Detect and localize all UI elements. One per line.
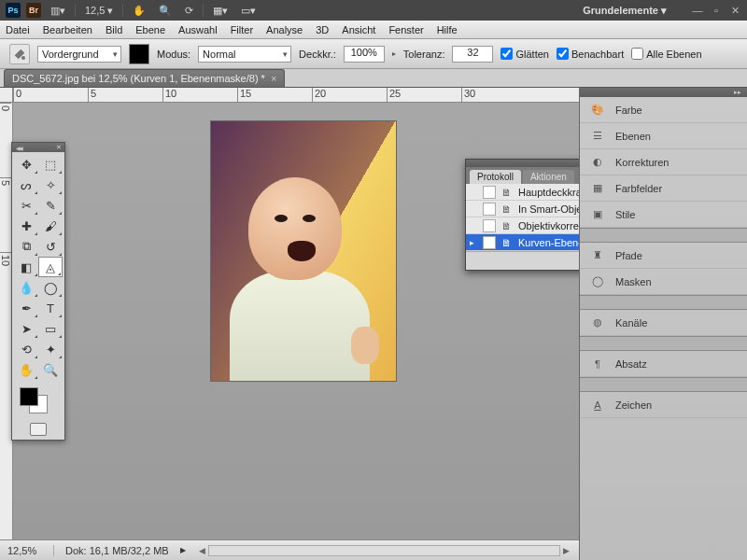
status-doc-info[interactable]: Dok: 16,1 MB/32,2 MB [65,545,169,556]
panel-farbfelder[interactable]: ▦Farbfelder [580,175,747,202]
panel-label: Masken [615,276,652,287]
panel-kanaele[interactable]: ◍Kanäle [580,310,747,336]
zoom-tool-icon[interactable]: 🔍 [155,5,176,17]
menu-ansicht[interactable]: Ansicht [342,24,375,35]
workspace-switcher[interactable]: Grundelemente ▾ [583,5,667,17]
all-layers-input[interactable] [631,48,643,60]
ruler-horizontal[interactable]: 0 5 10 15 20 25 30 [13,88,579,103]
document-tab-bar: DSC_5672.jpg bei 12,5% (Kurven 1, Ebenen… [0,69,747,88]
move-tool[interactable]: ✥ [14,154,38,175]
quick-mask-toggle[interactable] [12,419,64,440]
panel-absatz[interactable]: ¶Absatz [580,351,747,377]
menu-3d[interactable]: 3D [316,24,329,35]
contiguous-input[interactable] [557,48,569,60]
history-step-icon: 🗎 [501,187,513,198]
panel-ebenen[interactable]: ☰Ebenen [580,123,747,149]
ruler-tick: 30 [461,88,536,102]
panel-stile[interactable]: ▣Stile [580,202,747,228]
paint-bucket-tool[interactable]: ◬ [38,257,63,277]
rotate-view-icon[interactable]: ⟳ [181,5,197,17]
crop-tool[interactable]: ✂ [14,195,38,216]
scroll-right-icon[interactable]: ▶ [560,546,571,555]
type-tool[interactable]: T [38,298,63,318]
menu-ebene[interactable]: Ebene [135,24,165,35]
shape-tool[interactable]: ▭ [38,318,63,339]
history-snapshot-well[interactable] [483,203,496,216]
path-selection-tool[interactable]: ➤ [14,318,38,339]
tab-aktionen[interactable]: Aktionen [523,170,574,184]
menu-bearbeiten[interactable]: Bearbeiten [43,24,92,35]
fill-color-swatch[interactable] [129,44,149,64]
document-canvas[interactable] [210,120,397,382]
document-tab-close-icon[interactable]: × [271,73,276,84]
color-swatches[interactable] [16,385,61,415]
marquee-tool[interactable]: ⬚ [38,154,63,175]
brush-tool[interactable]: 🖌 [38,216,63,236]
antialias-checkbox[interactable]: Glätten [500,48,548,60]
menu-fenster[interactable]: Fenster [388,24,423,35]
arrange-documents-icon[interactable]: ▦▾ [209,5,232,17]
fill-source-combo[interactable]: Vordergrund [37,46,121,63]
minimize-button[interactable]: — [691,5,704,16]
scroll-left-icon[interactable]: ◀ [197,546,208,555]
tab-protokoll[interactable]: Protokoll [470,170,521,184]
opacity-flyout-icon[interactable]: ▸ [392,49,396,58]
panel-farbe[interactable]: 🎨Farbe [580,97,747,123]
menu-hilfe[interactable]: Hilfe [437,24,458,35]
horizontal-scrollbar[interactable]: ◀ ▶ [197,545,571,556]
current-tool-paint-bucket-icon[interactable] [9,44,30,64]
all-layers-checkbox[interactable]: Alle Ebenen [631,48,701,60]
blur-tool[interactable]: 💧 [14,277,38,298]
bridge-logo-icon[interactable]: Br [26,3,41,18]
lasso-tool[interactable]: ᔕ [14,175,38,195]
history-snapshot-well[interactable] [483,186,496,199]
panel-korrekturen[interactable]: ◐Korrekturen [580,149,747,175]
scroll-track[interactable] [208,545,560,556]
panel-dock-collapse-icon[interactable]: ▸▸ [580,88,747,97]
svg-point-0 [21,56,25,60]
menu-datei[interactable]: Datei [6,24,30,35]
panel-masken[interactable]: ◯Masken [580,269,747,295]
eyedropper-tool[interactable]: ✎ [38,195,63,216]
panel-label: Absatz [615,358,647,370]
color-palette-icon: 🎨 [589,102,606,119]
contiguous-checkbox[interactable]: Benachbart [557,48,624,60]
hand-tool[interactable]: ✋ [14,359,38,380]
history-snapshot-well[interactable] [483,236,496,249]
screen-mode-icon[interactable]: ▭▾ [237,5,260,17]
tolerance-field[interactable]: 32 [452,46,493,63]
menu-auswahl[interactable]: Auswahl [178,24,218,35]
hand-tool-icon[interactable]: ✋ [129,5,149,17]
3d-orbit-tool[interactable]: ✦ [38,339,63,359]
3d-rotate-tool[interactable]: ⟲ [14,339,38,359]
layout-switcher-icon[interactable]: ▥▾ [47,5,69,17]
panel-zeichen[interactable]: AZeichen [580,392,747,418]
swatches-icon: ▦ [589,180,606,197]
foreground-color-swatch[interactable] [20,387,38,406]
history-brush-tool[interactable]: ↺ [38,236,63,257]
menu-filter[interactable]: Filter [231,24,253,35]
clone-stamp-tool[interactable]: ⧉ [14,236,38,257]
document-tab[interactable]: DSC_5672.jpg bei 12,5% (Kurven 1, Ebenen… [4,69,285,87]
close-button[interactable]: ✕ [728,5,741,17]
status-info-flyout-icon[interactable]: ▶ [180,546,186,554]
dodge-tool[interactable]: ◯ [38,277,63,298]
ruler-origin[interactable] [0,88,13,103]
menu-bild[interactable]: Bild [106,24,122,35]
blend-mode-combo[interactable]: Normal [198,46,291,63]
pen-tool[interactable]: ✒ [14,298,38,318]
tools-panel-header[interactable]: ✕ [12,143,64,152]
zoom-tool[interactable]: 🔍 [38,359,63,380]
history-snapshot-well[interactable] [483,219,496,232]
healing-brush-tool[interactable]: ✚ [14,216,38,236]
panel-pfade[interactable]: ♜Pfade [580,243,747,269]
status-zoom-field[interactable]: 12,5% [7,545,54,556]
zoom-percent-display[interactable]: 12,5 ▾ [81,5,117,17]
antialias-input[interactable] [500,48,513,60]
eraser-tool[interactable]: ◧ [14,257,38,277]
menu-analyse[interactable]: Analyse [266,24,303,35]
magic-wand-tool[interactable]: ✧ [38,175,63,195]
opacity-field[interactable]: 100% [344,46,385,63]
ruler-tick: 15 [237,88,312,102]
maximize-button[interactable]: ▫ [710,5,723,16]
